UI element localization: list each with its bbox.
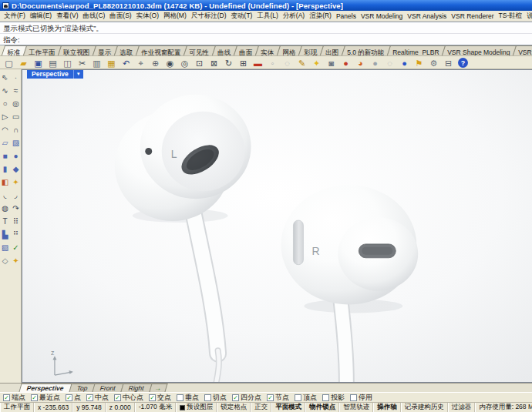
render-icon[interactable]: ● [339,57,352,69]
loft-surface-icon[interactable]: ▨ [11,138,21,148]
viewport-canvas[interactable]: L R [22,70,532,382]
zoom-extents-icon[interactable]: ⊠ [207,57,221,69]
copy-to-clipboard-icon[interactable]: ◫ [61,57,74,69]
osnap-item[interactable]: ✓四分点 [232,393,261,403]
fillet-edge-icon[interactable]: ◟ [0,190,10,200]
viewport-title-tab[interactable]: Perspective ▼ [27,70,83,79]
solid-tools-icon[interactable]: ◆ [11,164,21,174]
osnap-checkbox[interactable] [322,394,329,401]
options-gear-icon[interactable]: ⚙ [427,57,440,69]
sphere-tool-icon[interactable]: ● [11,151,21,161]
menu-item[interactable]: 查看(V) [54,12,80,21]
flag-icon[interactable]: ⚑ [412,57,426,69]
menu-item[interactable]: 说明(H) [524,12,532,21]
array-tool-icon[interactable]: ⠛ [11,229,21,239]
menu-item[interactable]: 尺寸标注(D) [189,12,229,21]
status-cell[interactable]: 过滤器 [448,403,476,412]
osnap-item[interactable]: ✓点 [66,393,81,403]
toolbar-tab[interactable]: VSR Shape Analysis [513,45,532,55]
delete-icon[interactable]: ▬ [251,57,264,69]
toolbar-tab[interactable]: VSR Shape Modeling [442,45,517,55]
menu-item[interactable]: Panels [334,12,359,20]
osnap-item[interactable]: 停用 [350,393,372,403]
new-file-icon[interactable]: ▢ [2,57,15,69]
status-cell[interactable]: 正交 [251,403,271,412]
boolean-difference-icon[interactable]: ✦ [11,177,21,187]
menu-item[interactable]: VSR Analysis [405,12,449,20]
viewport-layout-icon[interactable]: ⊞ [237,57,250,69]
shaded-viewport-icon[interactable]: ● [369,57,382,69]
status-cell[interactable]: z 0.000 [106,403,135,412]
status-cell[interactable]: 预设图层 [176,403,217,412]
menu-item[interactable]: VSR Modeling [359,12,405,20]
surface-corner-points-icon[interactable]: ▱ [0,138,10,148]
osnap-checkbox[interactable] [204,394,211,401]
viewport-perspective[interactable]: L R [22,69,532,383]
command-prompt-input[interactable]: 指令: [0,34,532,45]
menu-item[interactable]: 编辑(E) [28,12,54,21]
status-cell[interactable]: 智慧轨迹 [339,403,373,412]
open-file-icon[interactable]: ▰ [17,57,30,69]
menu-item[interactable]: 网格(M) [161,12,189,21]
hide-objects-icon[interactable]: ◌ [281,57,294,69]
text-tool-icon[interactable]: T [0,216,10,226]
cylinder-tool-icon[interactable]: ▮ [0,164,10,174]
toolbar-tab[interactable]: 联立视图 [58,45,96,55]
zoom-in-icon[interactable]: ◉ [163,57,177,69]
drape-sphere-icon[interactable]: ◍ [0,203,10,213]
menu-item[interactable]: 变动(T) [229,12,255,21]
deselect-icon[interactable]: ◦ [266,57,279,69]
osnap-checkbox[interactable]: ✓ [267,394,274,401]
select-pointer-icon[interactable]: ⇖ [0,72,10,82]
copy-icon[interactable]: ▥ [90,57,103,69]
menu-item[interactable]: TS-鞋楦 [497,12,525,21]
control-point-curve-icon[interactable]: ∿ [0,85,10,95]
osnap-checkbox[interactable] [295,394,301,401]
osnap-checkbox[interactable]: ✓ [86,394,93,401]
circle-tool-icon[interactable]: ○ [0,99,10,109]
pan-view-icon[interactable]: ⌖ [134,57,147,69]
menu-item[interactable]: 实体(O) [134,12,161,21]
spotlight-tool-icon[interactable]: ✦ [11,256,21,266]
arc-tool-icon[interactable]: ◠ [0,125,10,135]
menu-item[interactable]: 文件(F) [2,12,28,21]
single-point-icon[interactable]: ∙ [11,72,21,82]
osnap-item[interactable]: 垂点 [177,393,199,403]
light-icon[interactable]: ✦ [310,57,323,69]
osnap-checkbox[interactable]: ✓ [149,394,156,401]
viewport-tab-perspective[interactable]: Perspective [19,384,72,392]
layer-state-icon[interactable]: ▧ [0,243,10,253]
osnap-checkbox[interactable]: ✓ [232,394,239,401]
osnap-item[interactable]: ✓节点 [267,393,289,403]
viewport-tab-right[interactable]: Right [121,384,153,392]
osnap-checkbox[interactable]: ✓ [114,394,121,401]
cut-icon[interactable]: ✂ [76,57,89,69]
blend-curve-icon[interactable]: ∩ [11,125,21,135]
osnap-item[interactable]: ✓最近点 [31,393,60,403]
status-cell[interactable]: 物件锁点 [305,403,339,412]
move-icon[interactable]: ⊕ [149,57,162,69]
osnap-checkbox[interactable]: ✓ [66,394,72,401]
rectangle-tool-icon[interactable]: ▭ [11,112,21,122]
toolbar-tab[interactable]: 作业视窗配置 [136,45,187,55]
boolean-union-icon[interactable]: ◧ [0,177,10,187]
status-cell[interactable]: 工作平面 [0,403,34,412]
command-area[interactable]: 显示模式已切换为“渲染模式”。 指令: [0,22,532,45]
lock-objects-icon[interactable]: ◙ [325,57,338,69]
polygon-tool-icon[interactable]: ▷ [0,112,10,122]
osnap-item[interactable]: 投影 [322,393,345,403]
status-cell[interactable]: -1.070 毫米 [135,403,176,412]
color-wheel-icon[interactable]: ◕ [354,57,367,69]
status-cell[interactable]: x -235.663 [34,403,72,412]
status-cell[interactable]: y 95.748 [72,403,106,412]
ellipse-tool-icon[interactable]: ◎ [11,99,21,109]
toolbar-tab[interactable]: 可见性 [184,45,216,55]
status-cell[interactable]: 锁定格点 [217,403,251,412]
toolbar-tab[interactable]: Realtime_PLBR [387,45,446,55]
osnap-item[interactable]: 顶点 [295,393,317,403]
toolbar-tab[interactable]: 工作平面 [23,45,62,55]
title-bar[interactable]: D:\Documents\earpod_PL8820121010.3dm (14… [0,0,532,11]
interpolate-curve-icon[interactable]: ≈ [11,85,21,95]
menu-item[interactable]: 分析(A) [281,12,307,21]
box-tool-icon[interactable]: ■ [0,151,10,161]
